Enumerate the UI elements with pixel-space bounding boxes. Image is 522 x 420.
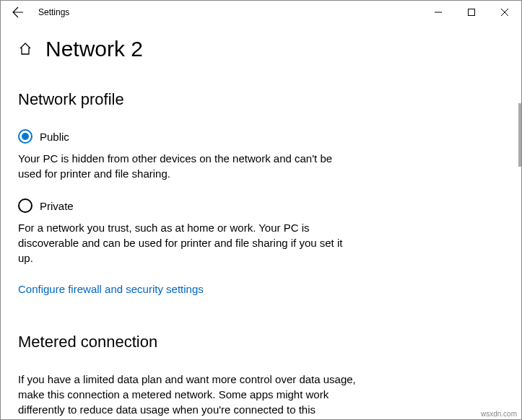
close-button[interactable] <box>488 1 521 24</box>
titlebar: Settings <box>1 1 521 24</box>
radio-private-indicator <box>18 198 32 213</box>
close-icon <box>501 9 508 16</box>
radio-public-label: Public <box>40 131 69 143</box>
private-description: For a network you trust, such as at home… <box>18 220 357 266</box>
metered-description: If you have a limited data plan and want… <box>18 372 357 419</box>
radio-public-indicator <box>18 129 32 144</box>
scrollbar[interactable] <box>518 103 521 167</box>
watermark: wsxdn.com <box>481 410 517 418</box>
page-title-row: Network 2 <box>18 37 504 61</box>
maximize-icon <box>468 9 475 16</box>
metered-connection-header: Metered connection <box>18 333 504 351</box>
network-profile-header: Network profile <box>18 90 504 109</box>
firewall-link[interactable]: Configure firewall and security settings <box>18 283 204 295</box>
back-arrow-icon <box>12 6 24 18</box>
minimize-icon <box>435 9 442 16</box>
back-button[interactable] <box>6 1 30 24</box>
home-icon[interactable] <box>18 42 32 56</box>
page-title: Network 2 <box>45 37 143 61</box>
radio-public[interactable]: Public <box>18 129 504 144</box>
svg-rect-1 <box>469 9 475 16</box>
minimize-button[interactable] <box>422 1 455 24</box>
window-controls <box>422 1 521 24</box>
window-title: Settings <box>38 7 69 17</box>
public-description: Your PC is hidden from other devices on … <box>18 151 357 181</box>
radio-private-label: Private <box>40 200 74 212</box>
maximize-button[interactable] <box>455 1 488 24</box>
content-area: Network 2 Network profile Public Your PC… <box>1 24 521 419</box>
radio-private[interactable]: Private <box>18 198 504 213</box>
